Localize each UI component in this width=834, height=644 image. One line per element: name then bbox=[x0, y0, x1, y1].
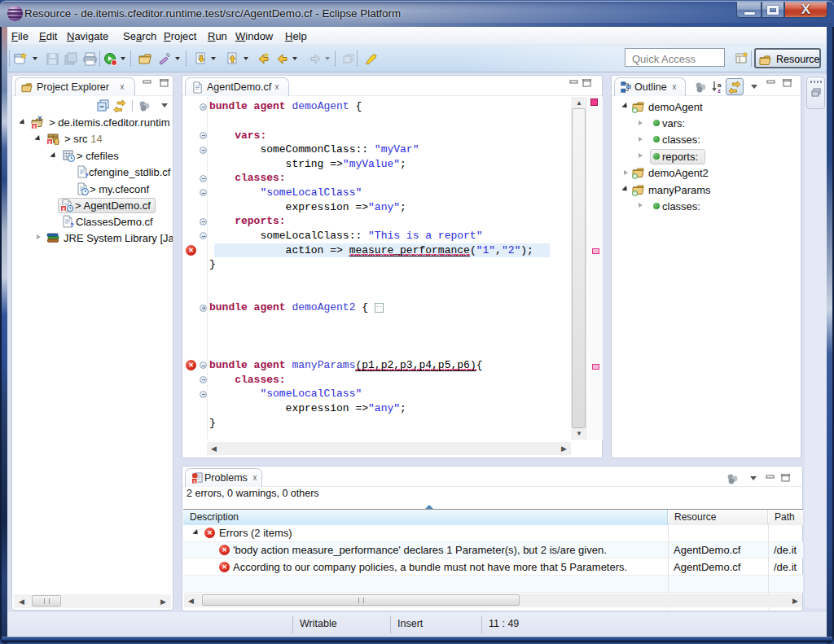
svg-text:x: x bbox=[33, 124, 36, 129]
svg-text:x: x bbox=[62, 206, 65, 212]
svg-text:z: z bbox=[718, 87, 721, 94]
svg-text:x: x bbox=[48, 139, 51, 145]
svg-text:?: ? bbox=[70, 221, 74, 228]
